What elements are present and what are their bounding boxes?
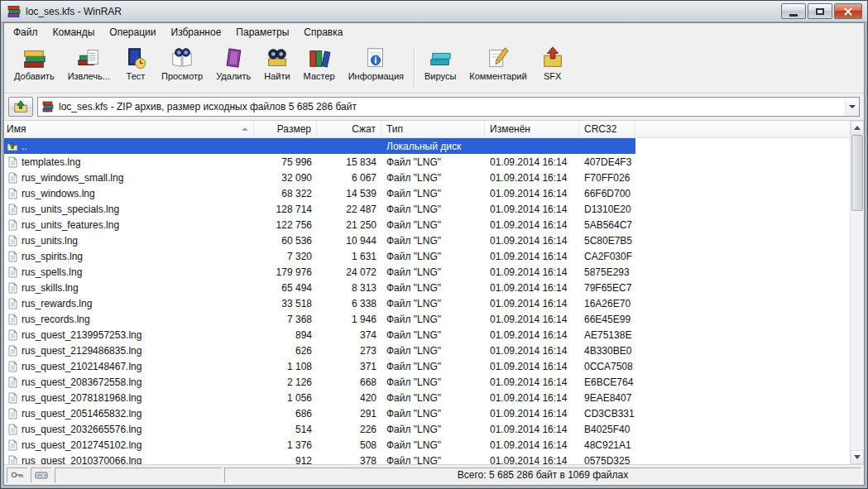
cell-modified: 01.09.2014 16:14 <box>485 405 579 421</box>
file-icon <box>7 314 18 325</box>
toolbar-button-label: Комментарий <box>469 71 526 81</box>
file-row[interactable]: rus_spirits.lng7 3201 631Файл "LNG"01.09… <box>4 248 850 264</box>
find-icon <box>265 46 290 70</box>
toolbar-button-view[interactable]: Просмотр <box>155 43 209 83</box>
column-header-type[interactable]: Тип <box>381 121 485 137</box>
toolbar-button-add[interactable]: Добавить <box>7 43 61 83</box>
file-row[interactable]: rus_quest_2129486835.lng626273Файл "LNG"… <box>4 343 850 358</box>
toolbar-button-test[interactable]: Тест <box>117 43 155 83</box>
menu-item-3[interactable]: Избранное <box>164 25 229 40</box>
combobox-dropdown-button[interactable] <box>845 98 859 116</box>
cell-size: 32 090 <box>254 170 317 185</box>
file-row[interactable]: rus_quest_2010370066.lng912378Файл "LNG"… <box>4 453 850 464</box>
cell-packed: 226 <box>317 421 381 437</box>
toolbar-button-label: Тест <box>127 71 146 81</box>
up-directory-button[interactable] <box>8 97 33 117</box>
file-row[interactable]: rus_quest_2139957253.lng894374Файл "LNG"… <box>4 327 850 343</box>
scroll-up-button[interactable] <box>851 121 864 135</box>
file-name: templates.lng <box>22 156 80 168</box>
titlebar[interactable]: loc_ses.kfs - WinRAR <box>1 1 867 22</box>
cell-name: rus_units_features.lng <box>4 217 254 233</box>
file-row[interactable]: rus_units_specials.lng128 71422 487Файл … <box>4 201 850 217</box>
cell-crc: D1310E20 <box>579 201 635 217</box>
cell-type: Файл "LNG" <box>381 233 485 248</box>
file-row[interactable]: rus_units.lng60 53610 944Файл "LNG"01.09… <box>4 233 850 248</box>
cell-crc: B4025F40 <box>579 421 635 437</box>
cell-modified: 01.09.2014 16:14 <box>485 374 579 390</box>
cell-type: Файл "LNG" <box>381 405 485 421</box>
file-icon <box>7 251 18 262</box>
column-header-modified[interactable]: Изменён <box>485 121 579 137</box>
column-header-crc32[interactable]: CRC32 <box>579 121 635 137</box>
cell-crc <box>579 138 635 154</box>
file-icon <box>7 392 18 404</box>
cell-name: rus_skills.lng <box>4 280 254 295</box>
cell-crc: 48C921A1 <box>579 437 635 453</box>
file-name: rus_units_features.lng <box>22 219 119 231</box>
file-row[interactable]: rus_quest_2012745102.lng1 376508Файл "LN… <box>4 437 850 453</box>
file-row[interactable]: rus_quest_2032665576.lng514226Файл "LNG"… <box>4 421 850 437</box>
cell-crc: CD3CB331 <box>579 405 635 421</box>
file-name: rus_spells.lng <box>22 266 82 278</box>
close-button[interactable] <box>834 3 862 19</box>
file-row[interactable]: rus_quest_2078181968.lng1 056420Файл "LN… <box>4 390 850 405</box>
toolbar-button-virus[interactable]: Вирусы <box>418 43 463 83</box>
cell-filler <box>635 343 850 358</box>
cell-name: rus_quest_2012745102.lng <box>4 437 254 453</box>
file-row[interactable]: rus_quest_2083672558.lng2 126668Файл "LN… <box>4 374 850 390</box>
toolbar-button-info[interactable]: Информация <box>342 43 410 83</box>
maximize-button[interactable] <box>808 3 832 19</box>
column-header-label: Имя <box>7 123 26 135</box>
scrollbar-track[interactable] <box>851 135 864 450</box>
cell-modified: 01.09.2014 16:14 <box>485 327 579 343</box>
file-row[interactable]: rus_windows.lng68 32214 539Файл "LNG"01.… <box>4 185 850 201</box>
encryption-key-indicator[interactable] <box>7 467 28 483</box>
cell-type: Файл "LNG" <box>381 280 485 295</box>
menu-item-5[interactable]: Справка <box>296 25 350 40</box>
column-header-size[interactable]: Размер <box>254 121 317 137</box>
total-info-text: Всего: 5 685 286 байт в 1069 файлах <box>458 469 628 481</box>
file-row[interactable]: rus_quest_2051465832.lng686291Файл "LNG"… <box>4 405 850 421</box>
cell-crc: 9EAE8407 <box>579 390 635 405</box>
cell-filler <box>635 311 850 327</box>
cell-type: Файл "LNG" <box>381 248 485 264</box>
toolbar-button-label: Извлечь... <box>68 71 110 81</box>
file-row[interactable]: rus_rewards.lng33 5186 338Файл "LNG"01.0… <box>4 295 850 311</box>
cell-modified: 01.09.2014 16:14 <box>485 154 579 170</box>
cell-crc: 0575D325 <box>579 453 635 464</box>
winrar-logo-icon[interactable] <box>7 5 21 18</box>
toolbar-button-sfx[interactable]: SFX <box>534 43 572 83</box>
toolbar-button-delete[interactable]: Удалить <box>209 43 257 83</box>
cell-type: Файл "LNG" <box>381 201 485 217</box>
archive-path-combobox[interactable]: loc_ses.kfs - ZIP архив, размер исходных… <box>37 97 860 117</box>
cell-name: rus_spirits.lng <box>4 248 254 264</box>
scrollbar-thumb[interactable] <box>851 135 863 211</box>
column-header-name[interactable]: Имя <box>4 121 254 137</box>
column-header-packed[interactable]: Сжат <box>317 121 381 137</box>
cell-packed: 668 <box>317 374 381 390</box>
cell-packed: 15 834 <box>317 154 381 170</box>
file-row[interactable]: rus_records.lng7 3681 946Файл "LNG"01.09… <box>4 311 850 327</box>
file-row[interactable]: rus_units_features.lng122 75621 250Файл … <box>4 217 850 233</box>
file-row[interactable]: rus_skills.lng65 4948 313Файл "LNG"01.09… <box>4 280 850 295</box>
toolbar-button-wizard[interactable]: Мастер <box>297 43 342 83</box>
toolbar-button-extract[interactable]: Извлечь... <box>61 43 117 83</box>
menu-item-4[interactable]: Параметры <box>228 25 296 40</box>
minimize-button[interactable] <box>781 3 806 19</box>
menu-item-1[interactable]: Команды <box>46 25 103 40</box>
file-row[interactable]: rus_windows_small.lng32 0906 067Файл "LN… <box>4 170 850 185</box>
scroll-down-button[interactable] <box>851 450 864 464</box>
menu-item-0[interactable]: Файл <box>6 25 46 40</box>
file-row[interactable]: rus_spells.lng179 97624 072Файл "LNG"01.… <box>4 264 850 280</box>
file-name: rus_quest_2139957253.lng <box>22 329 141 341</box>
file-row[interactable]: rus_quest_2102148467.lng1 108371Файл "LN… <box>4 358 850 374</box>
cell-size: 75 996 <box>254 154 317 170</box>
file-row-selected[interactable]: ..Локальный диск <box>4 138 850 154</box>
toolbar-button-find[interactable]: Найти <box>257 43 296 83</box>
toolbar-button-comment[interactable]: Комментарий <box>463 43 533 83</box>
cell-name: rus_units_specials.lng <box>4 201 254 217</box>
cell-size: 894 <box>254 327 317 343</box>
vertical-scrollbar[interactable] <box>850 121 864 464</box>
file-row[interactable]: templates.lng75 99615 834Файл "LNG"01.09… <box>4 154 850 170</box>
menu-item-2[interactable]: Операции <box>102 25 163 40</box>
